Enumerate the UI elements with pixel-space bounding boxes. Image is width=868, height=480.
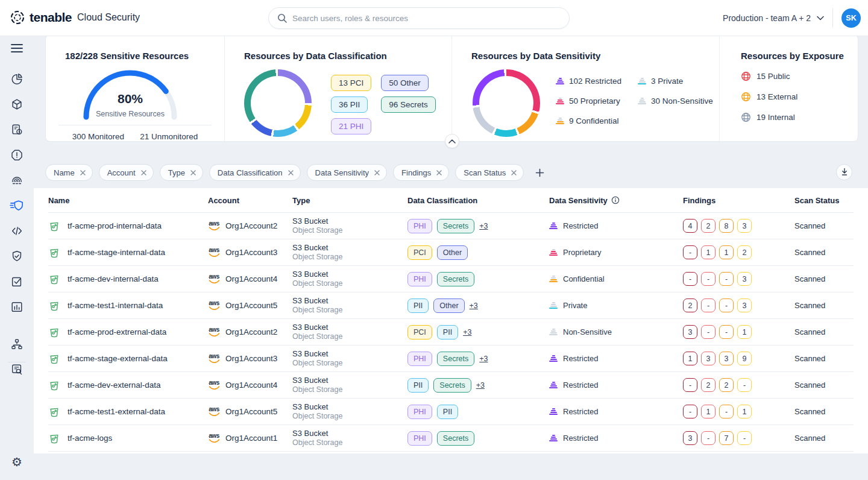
- more-classifications-link[interactable]: +3: [479, 222, 488, 230]
- filter-chip[interactable]: Scan Status: [455, 164, 524, 181]
- chip-close-icon[interactable]: [436, 170, 442, 175]
- table-row[interactable]: tf-acme-logsawsOrg1Account1S3 BucketObje…: [48, 425, 854, 452]
- card-title: Resources by Exposure: [720, 35, 858, 61]
- finding-count-medium[interactable]: -: [719, 298, 734, 312]
- filter-chip[interactable]: Account: [99, 164, 154, 181]
- checkbox-icon[interactable]: [10, 274, 24, 289]
- finding-count-critical[interactable]: 1: [683, 352, 697, 365]
- add-filter-button[interactable]: [532, 165, 547, 180]
- more-classifications-link[interactable]: +3: [470, 302, 478, 310]
- filter-chip[interactable]: Name: [45, 164, 93, 181]
- more-classifications-link[interactable]: +3: [479, 355, 488, 363]
- filter-chips: NameAccountTypeData ClassificationData S…: [45, 164, 858, 181]
- finding-count-low[interactable]: 3: [737, 272, 752, 286]
- column-header: Name: [48, 196, 208, 205]
- chip-close-icon[interactable]: [511, 170, 517, 175]
- finding-count-medium[interactable]: 3: [719, 352, 734, 365]
- more-classifications-link[interactable]: +3: [476, 381, 485, 390]
- pie-chart-icon[interactable]: [10, 72, 24, 86]
- user-avatar[interactable]: SK: [841, 8, 861, 28]
- more-classifications-link[interactable]: +3: [463, 328, 471, 336]
- table-row[interactable]: tf-acme-test1-internal-dataawsOrg1Accoun…: [48, 292, 854, 319]
- table-row[interactable]: tf-acme-prod-internal-dataawsOrg1Account…: [48, 213, 854, 239]
- filter-chip[interactable]: Data Classification: [209, 164, 301, 181]
- finding-count-critical[interactable]: -: [683, 405, 697, 418]
- unmonitored-count: 21 Unmonitored: [140, 132, 198, 141]
- document-search-icon[interactable]: [10, 362, 24, 377]
- filter-chip[interactable]: Type: [160, 164, 203, 181]
- finding-count-high[interactable]: -: [701, 298, 715, 312]
- sensitivity-level-icon: [638, 98, 646, 104]
- chip-close-icon[interactable]: [190, 170, 196, 175]
- info-icon[interactable]: [611, 196, 620, 204]
- finding-count-medium[interactable]: 8: [719, 219, 734, 233]
- table-row[interactable]: tf-acme-stage-external-dataawsOrg1Accoun…: [48, 346, 854, 372]
- finding-count-low[interactable]: 3: [737, 219, 752, 233]
- resource-type: S3 Bucket: [292, 349, 407, 359]
- alert-octagon-icon[interactable]: [10, 148, 24, 162]
- finding-count-medium[interactable]: 7: [719, 431, 734, 445]
- finding-count-low[interactable]: -: [737, 378, 752, 392]
- search-input[interactable]: [292, 14, 561, 23]
- finding-count-high[interactable]: 2: [701, 378, 715, 392]
- settings-gear-icon[interactable]: ⚙: [10, 455, 24, 469]
- finding-count-high[interactable]: -: [701, 272, 715, 286]
- data-security-icon[interactable]: [10, 198, 24, 213]
- finding-count-medium[interactable]: -: [719, 325, 734, 339]
- chip-close-icon[interactable]: [80, 170, 86, 175]
- collapse-summary-button[interactable]: [445, 134, 459, 148]
- finding-count-critical[interactable]: 4: [683, 219, 697, 233]
- aws-icon: aws: [208, 247, 220, 257]
- finding-count-critical[interactable]: -: [683, 378, 697, 392]
- finding-count-medium[interactable]: 2: [719, 378, 734, 392]
- table-row[interactable]: tf-acme-prod-extrernal-dataawsOrg1Accoun…: [48, 319, 854, 346]
- finding-count-medium[interactable]: -: [719, 405, 734, 418]
- global-search[interactable]: [268, 7, 570, 29]
- menu-icon[interactable]: [10, 41, 24, 55]
- finding-count-critical[interactable]: 3: [683, 431, 697, 445]
- finding-count-low[interactable]: 2: [737, 245, 752, 259]
- finding-count-high[interactable]: -: [701, 431, 715, 445]
- finding-count-critical[interactable]: 2: [683, 298, 697, 312]
- finding-count-high[interactable]: 2: [701, 219, 715, 233]
- table-row[interactable]: tf-acme-test1-external-dataawsOrg1Accoun…: [48, 399, 854, 425]
- tenant-selector[interactable]: Production - team A + 2: [723, 13, 824, 23]
- finding-count-high[interactable]: 1: [701, 245, 715, 259]
- finding-count-low[interactable]: 1: [737, 405, 752, 418]
- shield-check-icon[interactable]: [10, 249, 24, 264]
- account-cell: awsOrg1Account4: [208, 380, 292, 390]
- finding-count-low[interactable]: -: [737, 431, 752, 445]
- table-row[interactable]: tf-acme-stage-internal-dataawsOrg1Accoun…: [48, 239, 854, 266]
- finding-count-medium[interactable]: 1: [719, 245, 734, 259]
- chip-label: Account: [107, 168, 136, 177]
- resource-name-cell: tf-acme-prod-internal-data: [48, 220, 208, 232]
- card-title: Resources by Data Sensitivity: [452, 35, 719, 61]
- org-hierarchy-icon[interactable]: [10, 337, 24, 352]
- table-row[interactable]: tf-acme-dev-internal-dataawsOrg1Account4…: [48, 266, 854, 292]
- code-icon[interactable]: [10, 224, 24, 238]
- finding-count-medium[interactable]: -: [719, 272, 734, 286]
- finding-count-critical[interactable]: -: [683, 272, 697, 286]
- filter-chip[interactable]: Findings: [393, 164, 449, 181]
- chip-close-icon[interactable]: [141, 170, 146, 175]
- chip-close-icon[interactable]: [374, 170, 380, 175]
- finding-count-high[interactable]: 1: [701, 405, 715, 418]
- finding-count-high[interactable]: -: [701, 325, 715, 339]
- cube-icon[interactable]: [10, 97, 24, 112]
- finding-count-critical[interactable]: 3: [683, 325, 697, 339]
- finding-count-low[interactable]: 9: [737, 352, 752, 365]
- finding-count-high[interactable]: 3: [701, 352, 715, 365]
- finding-count-critical[interactable]: -: [683, 245, 697, 259]
- table-row[interactable]: tf-acme-dev-external-dataawsOrg1Account4…: [48, 372, 854, 399]
- document-clock-icon[interactable]: [10, 122, 24, 137]
- aws-icon: aws: [208, 433, 220, 443]
- download-button[interactable]: [836, 164, 852, 180]
- chip-label: Name: [54, 168, 75, 177]
- filter-chip[interactable]: Data Sensitivity: [307, 164, 388, 181]
- fingerprint-icon[interactable]: [10, 173, 24, 188]
- finding-count-low[interactable]: 3: [737, 298, 752, 312]
- exposure-label: 19 Internal: [756, 113, 795, 122]
- bar-chart-icon[interactable]: [10, 300, 24, 314]
- chip-close-icon[interactable]: [288, 170, 294, 175]
- finding-count-low[interactable]: 1: [737, 325, 752, 339]
